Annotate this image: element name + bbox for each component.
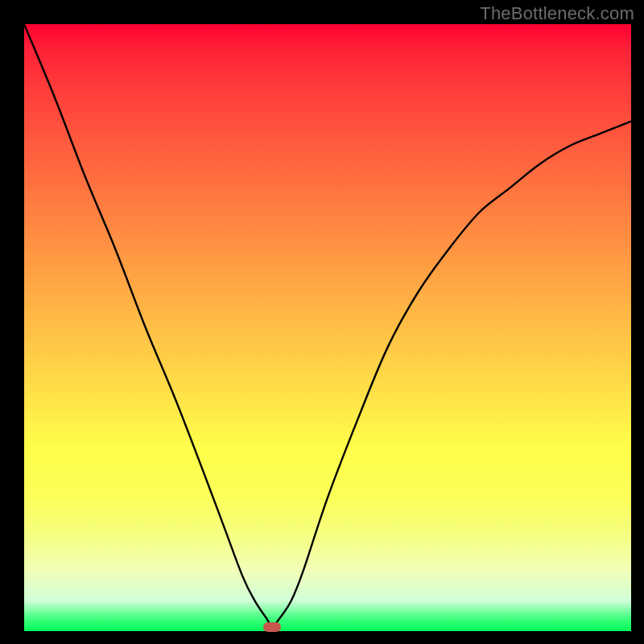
minimum-marker: [263, 622, 281, 632]
chart-frame: TheBottleneck.com: [0, 0, 644, 644]
plot-area: [24, 24, 631, 631]
watermark-text: TheBottleneck.com: [480, 3, 634, 24]
bottleneck-curve: [24, 24, 631, 627]
curve-svg: [24, 24, 631, 631]
